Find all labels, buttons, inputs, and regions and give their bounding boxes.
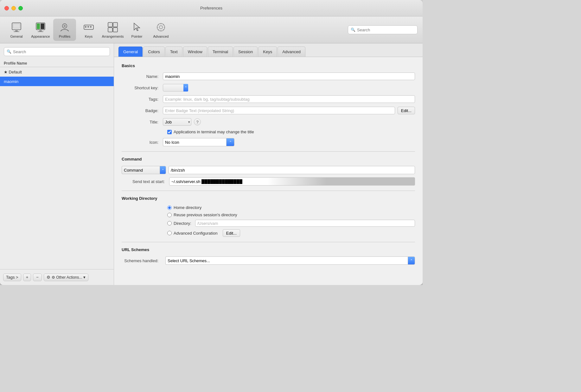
tab-window[interactable]: Window <box>183 47 207 57</box>
tab-colors[interactable]: Colors <box>143 47 165 57</box>
shortcut-key-row: Shortcut key: ⌃ <box>122 84 415 92</box>
toolbar-search-box[interactable]: 🔍 <box>348 25 418 34</box>
url-select-wrapper: Select URL Schemes... ⌃ <box>165 256 415 265</box>
send-text-input[interactable] <box>169 177 415 186</box>
minimize-button[interactable] <box>11 6 16 10</box>
name-input[interactable] <box>163 73 415 80</box>
advanced-config-radio[interactable] <box>167 231 172 235</box>
advanced-icon <box>155 21 167 33</box>
title-field-wrapper: Job Name Number Profile Name Job + Profi… <box>163 118 415 126</box>
tags-input[interactable] <box>163 95 415 103</box>
badge-input[interactable] <box>163 107 395 114</box>
svg-rect-10 <box>38 31 43 32</box>
arrangements-label: Arrangements <box>102 35 124 38</box>
profile-item-label: maomin <box>4 79 18 84</box>
icon-row: Icon: No Icon Built-in Icon ⌃ <box>122 138 415 146</box>
close-button[interactable] <box>4 6 9 10</box>
tab-session[interactable]: Session <box>233 47 258 57</box>
svg-line-31 <box>163 29 163 30</box>
svg-rect-21 <box>113 22 118 27</box>
toolbar-item-appearance[interactable]: Appearance <box>29 19 52 41</box>
icon-select[interactable]: No Icon Built-in Icon <box>163 138 226 146</box>
title-change-checkbox-row: Applications in terminal may change the … <box>122 130 415 134</box>
svg-line-33 <box>158 29 159 30</box>
chevron-down-icon: ⌃ <box>229 140 232 144</box>
home-radio[interactable] <box>167 205 172 210</box>
title-select-wrapper: Job Name Number Profile Name Job + Profi… <box>163 118 191 126</box>
add-profile-button[interactable]: + <box>23 274 31 281</box>
maximize-button[interactable] <box>18 6 23 10</box>
command-type-select[interactable]: Command Login Shell Custom Shell <box>122 166 160 174</box>
icon-select-wrapper: No Icon Built-in Icon ⌃ <box>163 138 415 146</box>
toolbar: General Appearance <box>0 16 423 43</box>
directory-radio[interactable] <box>167 221 172 225</box>
sidebar-search-input[interactable] <box>13 49 107 54</box>
tab-advanced[interactable]: Advanced <box>278 47 305 57</box>
toolbar-search-input[interactable] <box>357 28 415 32</box>
divider-1 <box>122 151 415 152</box>
title-row: Title: Job Name Number Profile Name Job … <box>122 118 415 126</box>
toolbar-item-general[interactable]: General <box>5 19 28 41</box>
url-schemes-arrow[interactable]: ⌃ <box>408 256 415 265</box>
title-change-checkbox[interactable] <box>167 130 172 134</box>
profile-item-label: ★ Default <box>4 70 22 74</box>
keys-icon: ⌘ ⌃ ⌥ <box>83 21 95 33</box>
svg-rect-7 <box>41 23 44 29</box>
url-schemes-select[interactable]: Select URL Schemes... <box>165 256 408 265</box>
tags-field-wrapper <box>163 95 415 103</box>
badge-edit-button[interactable]: Edit... <box>398 107 415 114</box>
command-type-wrapper: Command Login Shell Custom Shell ⌃ <box>122 166 166 174</box>
remove-icon: − <box>36 275 39 280</box>
profile-item-default[interactable]: ★ Default <box>0 67 114 77</box>
divider-2 <box>122 191 415 191</box>
titlebar: Preferences <box>0 0 423 16</box>
schemes-handled-label: Schemes handled: <box>122 258 163 263</box>
profile-list: ★ Default maomin <box>0 67 114 269</box>
shortcut-key-select-wrapper: ⌃ <box>163 84 188 92</box>
search-icon: 🔍 <box>351 28 355 32</box>
toolbar-item-advanced[interactable]: Advanced <box>150 19 172 41</box>
toolbar-item-profiles[interactable]: Profiles <box>53 19 76 41</box>
tags-button-label: Tags > <box>6 275 18 280</box>
advanced-config-label: Advanced Configuration <box>174 231 218 236</box>
advanced-config-edit-button[interactable]: Edit... <box>223 229 240 237</box>
shortcut-key-select[interactable] <box>163 84 188 92</box>
remove-profile-button[interactable]: − <box>33 274 42 281</box>
tab-text[interactable]: Text <box>165 47 182 57</box>
working-directory-title: Working Directory <box>122 196 415 201</box>
directory-path-input[interactable] <box>195 220 415 227</box>
svg-line-30 <box>158 25 159 25</box>
toolbar-item-keys[interactable]: ⌘ ⌃ ⌥ Keys <box>77 19 100 41</box>
command-input[interactable] <box>169 166 415 174</box>
title-help-button[interactable]: ? <box>194 118 201 125</box>
general-label: General <box>10 35 22 38</box>
title-change-label: Applications in terminal may change the … <box>174 130 254 134</box>
icon-select-arrow[interactable]: ⌃ <box>226 138 234 146</box>
tags-button[interactable]: Tags > <box>3 274 21 281</box>
right-panel: General Colors Text Window Terminal Sess… <box>114 43 423 285</box>
tab-keys[interactable]: Keys <box>258 47 277 57</box>
title-select[interactable]: Job Name Number Profile Name Job + Profi… <box>163 118 191 126</box>
reuse-radio[interactable] <box>167 213 172 217</box>
command-row: Command Login Shell Custom Shell ⌃ <box>122 166 415 174</box>
profiles-icon <box>59 21 71 33</box>
command-type-arrow[interactable]: ⌃ <box>160 166 166 174</box>
sidebar-search-box[interactable]: 🔍 <box>4 47 110 56</box>
add-icon: + <box>26 275 29 280</box>
profile-item-maomin[interactable]: maomin <box>0 77 114 86</box>
sidebar: 🔍 Profile Name ★ Default maomin Tags > <box>0 43 114 285</box>
directory-label: Directory: <box>174 221 191 226</box>
toolbar-item-arrangements[interactable]: Arrangements <box>101 19 124 41</box>
toolbar-item-pointer[interactable]: Pointer <box>125 19 148 41</box>
svg-rect-9 <box>39 30 42 31</box>
profile-name-column-header: Profile Name <box>4 61 27 66</box>
pointer-icon <box>131 21 143 33</box>
tab-general[interactable]: General <box>118 47 143 57</box>
tab-terminal[interactable]: Terminal <box>208 47 233 57</box>
svg-rect-1 <box>13 24 20 28</box>
other-actions-arrow: ▾ <box>83 275 86 280</box>
other-actions-button[interactable]: ⚙ ⚙ Other Actions... ▾ <box>44 274 88 281</box>
url-schemes-row: Schemes handled: Select URL Schemes... ⌃ <box>122 256 415 265</box>
name-row: Name: <box>122 73 415 80</box>
radio-home: Home directory <box>167 205 415 210</box>
